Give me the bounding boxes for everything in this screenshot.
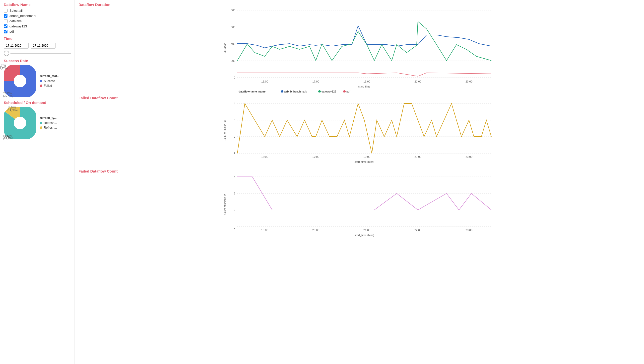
failed-count-1-block: Failed Dataflow Count 4 3 2 1 0 Count of… xyxy=(78,96,640,166)
svg-point-29 xyxy=(343,90,346,92)
slider-thumb[interactable] xyxy=(4,51,9,56)
time-slider xyxy=(4,51,71,56)
success-rate-section: Success Rate 24,77%(24,77%) 75,23%(75,23… xyxy=(4,59,71,98)
svg-text:19:00: 19:00 xyxy=(363,155,370,158)
svg-text:3: 3 xyxy=(234,119,235,122)
select-all-checkbox[interactable] xyxy=(4,9,8,13)
scheduled-section: Scheduled / On demand 14,68%(14,68%) 85,… xyxy=(4,100,71,140)
svg-text:0: 0 xyxy=(234,76,235,79)
svg-point-2 xyxy=(14,75,26,87)
pdf-label: pdf xyxy=(10,30,14,33)
svg-text:Count of unique_id: Count of unique_id xyxy=(224,120,226,141)
svg-text:Count of unique_id: Count of unique_id xyxy=(224,194,226,215)
select-all-label: Select all xyxy=(10,9,23,13)
dataflow-section-title: Dataflow Name xyxy=(4,3,71,7)
yellow-dot xyxy=(40,126,42,129)
dataflow-duration-block: Dataflow Duration 800 600 400 200 0 dura… xyxy=(78,3,640,93)
success-label: 75,23%(75,23%) xyxy=(3,92,14,97)
failed-dot xyxy=(40,85,42,87)
main-content: Dataflow Duration 800 600 400 200 0 dura… xyxy=(75,0,644,364)
failed-count-1-chart: 4 3 2 1 0 Count of unique_id 15:00 17:00… xyxy=(78,101,640,166)
airbnb-item[interactable]: airbnb_benchmark xyxy=(4,14,71,18)
svg-text:airbnb_benchmark: airbnb_benchmark xyxy=(284,90,307,92)
scheduled-pie-wrapper: 14,68%(14,68%) 85,32%(85,32%) xyxy=(4,107,36,140)
svg-text:0: 0 xyxy=(234,226,235,229)
dataflow-duration-chart: 800 600 400 200 0 duration 15:00 17:00 1… xyxy=(78,8,640,92)
svg-text:22:00: 22:00 xyxy=(414,229,421,232)
gateway-checkbox[interactable] xyxy=(4,25,8,28)
scheduled-title: Scheduled / On demand xyxy=(4,100,71,105)
svg-text:200: 200 xyxy=(231,59,235,62)
success-legend-success-label: Success xyxy=(44,79,55,83)
svg-text:start_time: start_time xyxy=(358,85,370,88)
scheduled-container: 14,68%(14,68%) 85,32%(85,32%) refresh_ty… xyxy=(4,107,71,140)
svg-text:2: 2 xyxy=(234,135,235,138)
svg-text:start_time (bins): start_time (bins) xyxy=(354,160,374,163)
gateway-item[interactable]: gateway123 xyxy=(4,25,71,28)
airbnb-checkbox[interactable] xyxy=(4,14,8,18)
dataflow-duration-title: Dataflow Duration xyxy=(78,3,640,7)
scheduled-legend-title: refresh_ty... xyxy=(40,116,57,120)
svg-text:800: 800 xyxy=(231,9,235,12)
svg-text:19:00: 19:00 xyxy=(363,80,370,83)
success-rate-legend: refresh_stat... Success Failed xyxy=(40,74,60,89)
svg-text:23:00: 23:00 xyxy=(466,229,472,232)
svg-text:600: 600 xyxy=(231,26,235,29)
scheduled-teal-label: 85,32%(85,32%) xyxy=(3,134,14,140)
svg-rect-48 xyxy=(237,177,491,227)
svg-text:4: 4 xyxy=(234,175,235,178)
svg-text:0: 0 xyxy=(234,153,235,156)
failed-count-1-title: Failed Dataflow Count xyxy=(78,96,640,100)
select-all-item[interactable]: Select all xyxy=(4,9,71,13)
svg-point-5 xyxy=(14,117,26,129)
svg-point-25 xyxy=(281,90,284,92)
date-end-input[interactable] xyxy=(31,43,56,49)
svg-text:pdf: pdf xyxy=(346,90,350,92)
svg-point-27 xyxy=(318,90,321,92)
slider-track[interactable] xyxy=(10,53,71,54)
svg-text:17:00: 17:00 xyxy=(312,155,319,158)
failed-count-2-chart: 4 3 2 0 Count of unique_id 19:00 20:00 2… xyxy=(78,174,640,239)
success-legend-failed-label: Failed xyxy=(44,84,52,88)
date-start-input[interactable] xyxy=(4,43,29,49)
svg-text:21:00: 21:00 xyxy=(414,155,421,158)
svg-text:17:00: 17:00 xyxy=(312,80,319,83)
svg-text:2: 2 xyxy=(234,209,235,212)
svg-text:23:00: 23:00 xyxy=(466,155,472,158)
pdf-checkbox[interactable] xyxy=(4,30,8,33)
datalake-item[interactable]: datalake xyxy=(4,19,71,23)
scheduled-legend-refresh2: Refresh... xyxy=(40,126,57,129)
svg-text:15:00: 15:00 xyxy=(261,155,268,158)
pdf-item[interactable]: pdf xyxy=(4,30,71,33)
success-rate-container: 24,77%(24,77%) 75,23%(75,23%) refresh_st… xyxy=(4,65,71,98)
success-rate-pie-wrapper: 24,77%(24,77%) 75,23%(75,23%) xyxy=(4,65,36,98)
scheduled-legend-refresh1: Refresh... xyxy=(40,121,57,125)
svg-text:4: 4 xyxy=(234,102,235,105)
svg-text:21:00: 21:00 xyxy=(414,80,421,83)
failed-count-2-title: Failed Dataflow Count xyxy=(78,169,640,173)
datalake-checkbox[interactable] xyxy=(4,19,8,23)
svg-text:gateway123: gateway123 xyxy=(322,90,336,92)
scheduled-legend: refresh_ty... Refresh... Refresh... xyxy=(40,116,57,131)
teal-dot xyxy=(40,122,42,124)
time-section-title: Time xyxy=(4,36,71,41)
svg-text:21:00: 21:00 xyxy=(363,229,370,232)
success-legend-failed: Failed xyxy=(40,84,60,88)
datalake-label: datalake xyxy=(10,19,22,23)
svg-text:start_time (bins): start_time (bins) xyxy=(354,234,374,237)
svg-text:23:00: 23:00 xyxy=(466,80,472,83)
failed-label: 24,77%(24,77%) xyxy=(0,64,8,70)
svg-text:3: 3 xyxy=(234,192,235,195)
success-rate-title: Success Rate xyxy=(4,59,71,63)
success-legend-success: Success xyxy=(40,79,60,83)
svg-text:19:00: 19:00 xyxy=(261,229,268,232)
svg-text:duration: duration xyxy=(224,43,226,53)
refresh2-label: Refresh... xyxy=(44,126,57,129)
svg-text:15:00: 15:00 xyxy=(261,80,268,83)
scheduled-yellow-label: 14,68%(14,68%) xyxy=(8,106,18,112)
airbnb-label: airbnb_benchmark xyxy=(10,14,36,18)
gateway-label: gateway123 xyxy=(10,25,27,28)
date-inputs xyxy=(4,43,71,49)
svg-text:dataflowname_name: dataflowname_name xyxy=(238,90,266,92)
sidebar: Dataflow Name Select all airbnb_benchmar… xyxy=(0,0,75,364)
